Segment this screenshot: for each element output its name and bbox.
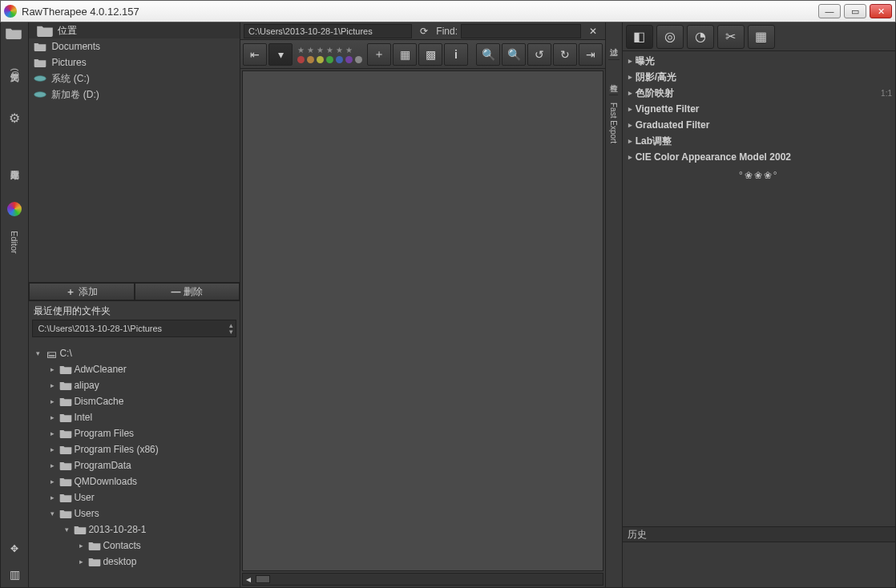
tree-body[interactable]: ▾🖴C:\▸AdwCleaner▸alipay▸DismCache▸Intel▸… — [29, 342, 240, 587]
disclosure-icon[interactable]: ▸ — [46, 429, 58, 437]
disclosure-icon[interactable]: ▸ — [46, 461, 58, 469]
maximize-button[interactable]: ▭ — [844, 4, 866, 18]
tab-editor[interactable]: Editor — [2, 224, 26, 260]
tree-row[interactable]: ▸ProgramData — [29, 457, 240, 473]
disclosure-icon[interactable]: ▸ — [46, 397, 58, 405]
tree-row[interactable]: ▸Intel — [29, 409, 240, 425]
star-icon[interactable]: ★ — [317, 46, 324, 54]
scroll-left-icon[interactable]: ◂ — [243, 574, 254, 585]
place-item[interactable]: Pictures — [29, 54, 240, 70]
color-label-row[interactable] — [297, 56, 362, 63]
tree-row[interactable]: ▸Contacts — [29, 538, 240, 554]
zoom-in-button[interactable]: 🔍 — [502, 43, 526, 66]
tab-batch-queue[interactable]: 批量处理序列 — [2, 133, 26, 194]
minimize-button[interactable]: — — [818, 4, 841, 18]
disclosure-icon[interactable]: ▸ — [75, 542, 87, 550]
thumbnail-area[interactable] — [242, 70, 603, 571]
add-place-button[interactable]: ＋添加 — [29, 283, 134, 300]
tab-filter[interactable]: 过滤 — [608, 24, 620, 59]
color-label-dot[interactable] — [307, 56, 314, 63]
tab-transform[interactable]: ✂ — [717, 25, 745, 49]
history-body[interactable] — [623, 542, 895, 587]
star-icon[interactable]: ★ — [307, 46, 314, 54]
place-item[interactable]: 新加卷 (D:) — [29, 87, 240, 103]
tree-row[interactable]: ▸Program Files — [29, 425, 240, 441]
color-label-dot[interactable] — [297, 56, 305, 63]
star-icon[interactable]: ★ — [297, 46, 305, 54]
disclosure-icon[interactable]: ▾ — [61, 526, 72, 534]
accordion-section[interactable]: ▸Lab调整 — [626, 133, 892, 149]
tree-row[interactable]: ▸alipay — [29, 377, 240, 393]
tab-editor-icon[interactable] — [2, 195, 26, 223]
disclosure-icon[interactable]: ▸ — [46, 477, 58, 485]
collapse-left-button[interactable]: ⇤ — [243, 43, 267, 66]
rating-stars[interactable]: ★★★★★★ — [297, 46, 362, 54]
tab-file-browser[interactable]: 文件浏览 (0) — [2, 42, 26, 103]
accordion-section[interactable]: ▸色阶映射1:1 — [626, 85, 892, 101]
accordion-section[interactable]: ▸阴影/高光 — [626, 69, 892, 85]
collapse-right-button[interactable]: ⇥ — [579, 43, 603, 66]
zoom-out-button[interactable]: 🔍 — [476, 43, 500, 66]
disclosure-icon[interactable]: ▸ — [46, 365, 58, 373]
tree-row[interactable]: ▸Program Files (x86) — [29, 441, 240, 457]
tab-color[interactable]: ◔ — [687, 25, 714, 49]
tree-row[interactable]: ▾2013-10-28-1 — [29, 522, 240, 538]
accordion-section[interactable]: ▸CIE Color Appearance Model 2002 — [626, 149, 892, 165]
tree-row[interactable]: ▸desktop — [29, 554, 240, 570]
tree-row[interactable]: ▸QMDownloads — [29, 473, 240, 489]
tool-rotate-button[interactable]: ↻ — [553, 43, 577, 66]
tree-row[interactable]: ▸DismCache — [29, 393, 240, 409]
file-browser-icon[interactable] — [2, 24, 25, 42]
disclosure-icon[interactable]: ▾ — [32, 349, 43, 357]
minimize-panel-icon[interactable]: ▥ — [3, 563, 26, 586]
find-input[interactable] — [461, 24, 581, 38]
remove-place-button[interactable]: —删除 — [135, 283, 240, 300]
move-handle-icon[interactable]: ✥ — [3, 538, 26, 560]
tab-fast-export[interactable]: Fast Export — [609, 95, 618, 151]
path-input[interactable] — [244, 24, 412, 38]
tree-row[interactable]: ▸AdwCleaner — [29, 361, 240, 377]
refresh-button[interactable]: ⟳ — [415, 23, 433, 39]
horizontal-scrollbar[interactable]: ◂ — [242, 573, 603, 586]
disclosure-icon[interactable]: ▸ — [46, 445, 58, 453]
accordion-section[interactable]: ▸曝光 — [626, 53, 892, 69]
disclosure-icon[interactable]: ▸ — [46, 493, 58, 501]
tree-row[interactable]: ▾Users — [29, 505, 240, 522]
scroll-thumb[interactable] — [256, 575, 270, 583]
disclosure-icon[interactable]: ▸ — [46, 413, 58, 421]
clear-find-button[interactable]: ✕ — [584, 23, 602, 39]
recent-folder-combo[interactable]: C:\Users\2013-10-28-1\Pictures ▴▾ — [32, 320, 236, 337]
tool-info-button[interactable]: i — [444, 43, 468, 66]
star-icon[interactable]: ★ — [326, 46, 333, 54]
chevron-right-icon: ▸ — [626, 73, 636, 81]
disclosure-icon[interactable]: ▸ — [75, 558, 87, 566]
disclosure-icon[interactable]: ▸ — [46, 381, 58, 389]
tab-inspect[interactable]: 检查 — [608, 59, 620, 95]
tree-row[interactable]: ▾🖴C:\ — [29, 345, 240, 361]
tab-raw[interactable]: ▦ — [748, 25, 775, 49]
tree-row[interactable]: ▸User — [29, 489, 240, 505]
place-item[interactable]: Documents — [29, 38, 240, 54]
tree-label: Contacts — [103, 540, 140, 551]
accordion-section[interactable]: ▸Vignette Filter — [626, 101, 892, 117]
color-label-dot[interactable] — [336, 56, 343, 63]
close-button[interactable]: ✕ — [870, 4, 892, 18]
color-label-dot[interactable] — [326, 56, 333, 63]
color-label-dot[interactable] — [355, 56, 362, 63]
tab-exposure[interactable]: ◧ — [626, 25, 653, 49]
combo-spinner-icon[interactable]: ▴▾ — [229, 322, 233, 335]
star-icon[interactable]: ★ — [345, 46, 353, 54]
tool-trash-button[interactable]: ↺ — [527, 43, 551, 66]
tab-settings[interactable]: ⚙ — [2, 104, 26, 131]
star-icon[interactable]: ★ — [336, 46, 343, 54]
tool-unedited-button[interactable]: ▦ — [393, 43, 417, 66]
color-label-dot[interactable] — [317, 56, 324, 63]
filter-button[interactable]: ▾ — [268, 43, 293, 66]
tab-detail[interactable]: ◎ — [656, 25, 684, 49]
tool-edited-button[interactable]: ▩ — [418, 43, 442, 66]
color-label-dot[interactable] — [345, 56, 353, 63]
accordion-section[interactable]: ▸Graduated Filter — [626, 117, 892, 133]
tool-plus-button[interactable]: ＋ — [367, 43, 391, 66]
place-item[interactable]: 系统 (C:) — [29, 70, 240, 87]
disclosure-icon[interactable]: ▾ — [46, 509, 58, 518]
